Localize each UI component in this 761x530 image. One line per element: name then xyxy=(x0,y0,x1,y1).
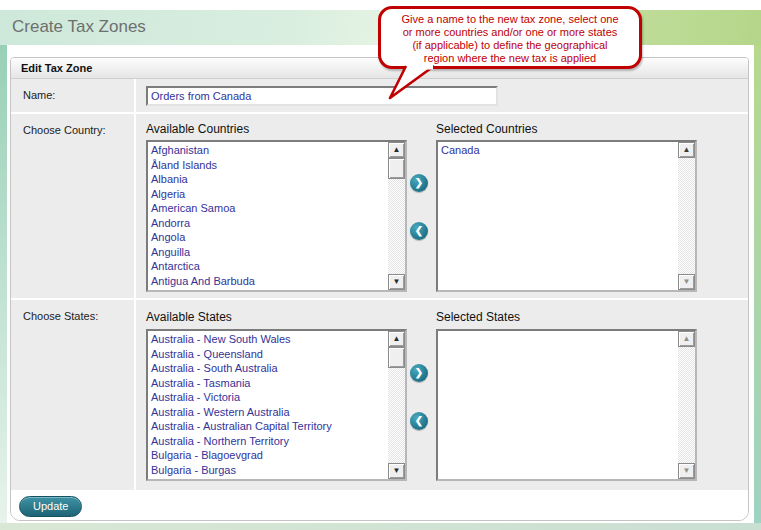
selected-states-list xyxy=(438,331,678,479)
list-item[interactable]: Australia - Queensland xyxy=(148,347,388,362)
chevron-left-icon: ❮ xyxy=(415,225,423,236)
selected-countries-listbox[interactable]: Canada ▲ ▼ xyxy=(436,140,697,292)
scrollbar-thumb[interactable] xyxy=(388,347,405,368)
choose-country-row: Choose Country: Available Countries Afgh… xyxy=(11,114,748,298)
scrollbar[interactable]: ▲ ▼ xyxy=(678,142,695,290)
list-item[interactable]: Australia - New South Wales xyxy=(148,332,388,347)
name-content-cell xyxy=(136,79,748,112)
country-content-cell: Available Countries AfghanistanÅland Isl… xyxy=(136,114,748,298)
scroll-down-icon[interactable]: ▼ xyxy=(678,274,695,290)
list-item[interactable]: Australia - Australian Capital Territory xyxy=(148,419,388,434)
scrollbar[interactable]: ▲ ▼ xyxy=(388,142,405,290)
chevron-right-icon: ❯ xyxy=(415,367,423,378)
name-label: Name: xyxy=(11,79,136,112)
selected-states-listbox[interactable]: ▲ ▼ xyxy=(436,329,697,481)
scrollbar[interactable]: ▲ ▼ xyxy=(678,331,695,479)
scroll-down-icon[interactable]: ▼ xyxy=(388,463,405,479)
list-item[interactable]: Afghanistan xyxy=(148,143,388,158)
list-item[interactable]: American Samoa xyxy=(148,201,388,216)
right-frame-strip xyxy=(754,45,761,523)
list-item[interactable]: Angola xyxy=(148,230,388,245)
chevron-left-icon: ❮ xyxy=(415,415,423,426)
instruction-callout: Give a name to the new tax zone, select … xyxy=(378,6,642,69)
choose-country-label: Choose Country: xyxy=(11,114,136,298)
list-item[interactable]: Australia - Victoria xyxy=(148,390,388,405)
states-content-cell: Available States Australia - New South W… xyxy=(136,300,748,490)
list-item[interactable]: Australia - Western Australia xyxy=(148,405,388,420)
list-item[interactable]: Antigua And Barbuda xyxy=(148,274,388,289)
scroll-down-icon[interactable]: ▼ xyxy=(388,274,405,290)
list-item[interactable]: Åland Islands xyxy=(148,158,388,173)
name-row: Name: xyxy=(11,79,748,112)
selected-countries-header: Selected Countries xyxy=(436,122,537,136)
left-frame-strip xyxy=(0,45,7,523)
list-item[interactable]: Albania xyxy=(148,172,388,187)
bottom-frame-bar xyxy=(0,523,761,530)
list-item[interactable]: Bulgaria - Burgas xyxy=(148,463,388,478)
available-states-listbox[interactable]: Australia - New South WalesAustralia - Q… xyxy=(146,329,407,481)
scroll-up-icon[interactable]: ▲ xyxy=(388,331,405,347)
available-countries-listbox[interactable]: AfghanistanÅland IslandsAlbaniaAlgeriaAm… xyxy=(146,140,407,292)
list-item[interactable]: Australia - Tasmania xyxy=(148,376,388,391)
list-item[interactable]: Australia - South Australia xyxy=(148,361,388,376)
scroll-up-icon[interactable]: ▲ xyxy=(678,142,695,158)
panel-footer: Update xyxy=(11,490,748,521)
move-state-right-button[interactable]: ❯ xyxy=(410,364,428,382)
move-state-left-button[interactable]: ❮ xyxy=(410,412,428,430)
name-input[interactable] xyxy=(146,86,498,106)
list-item[interactable]: Bulgaria - Blagoevgrad xyxy=(148,448,388,463)
available-states-header: Available States xyxy=(146,310,232,324)
available-countries-header: Available Countries xyxy=(146,122,249,136)
available-states-list: Australia - New South WalesAustralia - Q… xyxy=(148,331,388,479)
callout-tail xyxy=(382,65,440,101)
callout-line: Give a name to the new tax zone, select … xyxy=(381,13,639,26)
list-item[interactable]: Antarctica xyxy=(148,259,388,274)
scroll-up-icon[interactable]: ▲ xyxy=(678,331,695,347)
selected-countries-list: Canada xyxy=(438,142,678,290)
callout-line: region where the new tax is applied xyxy=(381,52,639,65)
list-item[interactable]: Algeria xyxy=(148,187,388,202)
callout-line: (if applicable) to define the geographic… xyxy=(381,39,639,52)
chevron-right-icon: ❯ xyxy=(415,177,423,188)
available-countries-list: AfghanistanÅland IslandsAlbaniaAlgeriaAm… xyxy=(148,142,388,290)
scrollbar-thumb[interactable] xyxy=(388,158,405,179)
list-item[interactable]: Andorra xyxy=(148,216,388,231)
move-country-right-button[interactable]: ❯ xyxy=(410,174,428,192)
move-country-left-button[interactable]: ❮ xyxy=(410,222,428,240)
callout-line: or more countries and/or one or more sta… xyxy=(381,26,639,39)
page-title: Create Tax Zones xyxy=(12,17,146,37)
scroll-down-icon[interactable]: ▼ xyxy=(678,463,695,479)
scroll-up-icon[interactable]: ▲ xyxy=(388,142,405,158)
edit-tax-zone-panel: Edit Tax Zone Name: Choose Country: Avai… xyxy=(10,57,749,521)
list-item[interactable]: Canada xyxy=(438,143,678,158)
choose-states-row: Choose States: Available States Australi… xyxy=(11,300,748,490)
list-item[interactable]: Anguilla xyxy=(148,245,388,260)
scrollbar[interactable]: ▲ ▼ xyxy=(388,331,405,479)
page: Create Tax Zones Edit Tax Zone Name: Cho… xyxy=(0,0,761,530)
choose-states-label: Choose States: xyxy=(11,300,136,490)
update-button[interactable]: Update xyxy=(19,496,82,517)
selected-states-header: Selected States xyxy=(436,310,520,324)
list-item[interactable]: Australia - Northern Territory xyxy=(148,434,388,449)
